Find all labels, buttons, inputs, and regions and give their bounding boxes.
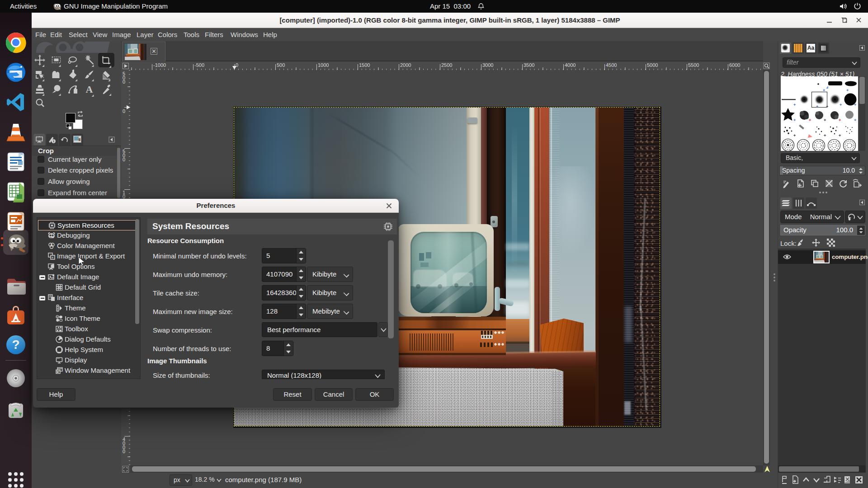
svg-text:+: + xyxy=(839,133,841,138)
svg-text:+: + xyxy=(816,104,818,109)
svg-text:+: + xyxy=(824,118,826,122)
svg-text:?: ? xyxy=(12,338,19,352)
svg-text:i: i xyxy=(53,139,54,143)
svg-text:+: + xyxy=(809,118,811,122)
svg-text:+: + xyxy=(824,133,826,138)
svg-text:+: + xyxy=(793,118,796,122)
svg-text:A: A xyxy=(86,84,93,95)
svg-text:+: + xyxy=(793,133,796,138)
svg-text:+: + xyxy=(846,88,849,93)
svg-text:+: + xyxy=(793,103,796,107)
svg-text:+: + xyxy=(854,118,856,122)
svg-text:+: + xyxy=(854,103,856,107)
svg-text:+: + xyxy=(839,118,841,122)
svg-text:+: + xyxy=(823,88,825,93)
svg-text:+: + xyxy=(826,104,828,109)
svg-text:+: + xyxy=(840,103,842,107)
